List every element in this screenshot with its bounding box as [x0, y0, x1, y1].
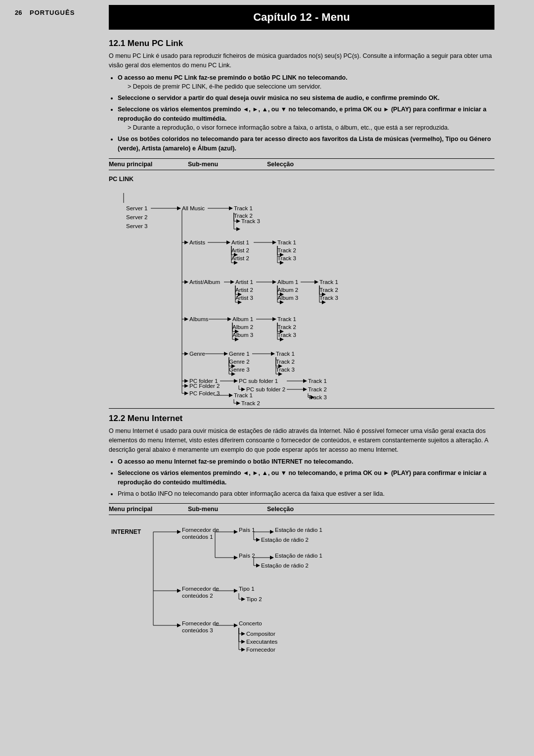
svg-text:Artist 2: Artist 2 — [235, 287, 253, 293]
svg-marker-174 — [234, 530, 238, 534]
svg-text:INTERNET: INTERNET — [111, 528, 141, 535]
svg-text:Album 1: Album 1 — [277, 279, 298, 285]
bullet-2-2: Seleccione os vários elementos premindo … — [118, 469, 494, 487]
svg-text:Track 1: Track 1 — [276, 351, 295, 357]
svg-text:PC sub folder 2: PC sub folder 2 — [246, 386, 285, 392]
svg-marker-32 — [234, 261, 238, 265]
svg-marker-5 — [177, 206, 181, 210]
svg-text:conteúdos 2: conteúdos 2 — [182, 593, 213, 599]
svg-marker-112 — [224, 352, 228, 356]
svg-marker-135 — [184, 379, 188, 383]
svg-text:Server 3: Server 3 — [126, 223, 147, 229]
svg-text:Server 2: Server 2 — [126, 214, 147, 220]
svg-marker-8 — [229, 206, 233, 210]
svg-marker-58 — [238, 300, 242, 304]
svg-text:Track 2: Track 2 — [276, 359, 295, 365]
svg-text:All Music: All Music — [182, 205, 205, 211]
svg-text:Concerto: Concerto — [239, 620, 262, 626]
pc-link-svg: Server 1 Server 2 Server 3 All Music Tra… — [109, 186, 494, 398]
svg-text:conteúdos 1: conteúdos 1 — [182, 534, 213, 540]
svg-marker-123 — [271, 352, 275, 356]
svg-marker-196 — [177, 589, 181, 593]
svg-marker-149 — [241, 387, 245, 391]
svg-text:Tipo 2: Tipo 2 — [246, 596, 262, 602]
svg-text:PC Folder 2: PC Folder 2 — [189, 383, 220, 389]
svg-text:Track 2: Track 2 — [277, 324, 296, 330]
svg-text:Track 1: Track 1 — [234, 392, 253, 398]
svg-marker-170 — [177, 530, 181, 534]
internet-diagram: INTERNET Fornecedor de conteúdos 1 País … — [109, 519, 494, 695]
svg-marker-152 — [303, 379, 307, 383]
svg-text:Estação de rádio 1: Estação de rádio 1 — [275, 553, 322, 559]
svg-text:Album 2: Album 2 — [232, 324, 253, 330]
svg-text:Executantes: Executantes — [246, 639, 278, 645]
svg-marker-212 — [234, 623, 238, 627]
svg-text:Artist 1: Artist 1 — [231, 239, 249, 245]
section-divider — [109, 408, 494, 409]
svg-text:Album 2: Album 2 — [277, 287, 298, 293]
section-12-2-title: 12.2 Menu Internet — [109, 414, 494, 424]
svg-text:Fornecedor de: Fornecedor de — [182, 586, 219, 592]
svg-text:Track 2: Track 2 — [277, 247, 296, 253]
svg-marker-188 — [270, 556, 274, 560]
page-number: 26 — [15, 9, 22, 16]
svg-marker-162 — [229, 393, 233, 397]
bullet-1: O acesso ao menu PC Link faz-se premindo… — [118, 73, 494, 92]
svg-text:Fornecedor de: Fornecedor de — [182, 527, 219, 533]
svg-text:Fornecedor de: Fornecedor de — [182, 620, 219, 626]
svg-text:Track 1: Track 1 — [319, 279, 338, 285]
svg-marker-13 — [236, 219, 240, 223]
section-12-1: 12.1 Menu PC Link O menu PC Link é usado… — [109, 39, 494, 401]
svg-marker-192 — [256, 564, 260, 567]
svg-text:Track 2: Track 2 — [319, 287, 338, 293]
svg-text:Tipo 1: Tipo 1 — [239, 586, 255, 592]
svg-marker-71 — [314, 280, 318, 284]
svg-text:País 2: País 2 — [239, 553, 255, 559]
svg-marker-23 — [226, 240, 230, 244]
bullet-2-1: O acesso ao menu Internet faz-se premind… — [118, 457, 494, 467]
svg-marker-181 — [256, 538, 260, 542]
bullet-4: Use os botões coloridos no telecomando p… — [118, 135, 494, 153]
svg-marker-185 — [234, 556, 238, 560]
svg-text:Track 3: Track 3 — [308, 394, 327, 400]
svg-text:Albums: Albums — [189, 316, 209, 322]
svg-marker-95 — [235, 337, 239, 341]
svg-text:conteúdos 3: conteúdos 3 — [182, 627, 213, 633]
svg-text:Album 1: Album 1 — [232, 316, 253, 322]
svg-marker-138 — [184, 384, 188, 388]
svg-marker-208 — [177, 623, 181, 627]
language-label: PORTUGUÊS — [30, 9, 75, 16]
bullet-2-3: Prima o botão INFO no telecomando para o… — [118, 489, 494, 499]
bullet-3: Seleccione os vários elementos premindo … — [118, 105, 494, 133]
svg-text:País 1: País 1 — [239, 527, 255, 533]
section-12-2-intro: O menu Internet é usado para ouvir músic… — [109, 426, 494, 454]
internet-svg: INTERNET Fornecedor de conteúdos 1 País … — [109, 519, 494, 692]
svg-text:PC sub folder 1: PC sub folder 1 — [239, 378, 278, 384]
svg-text:Estação de rádio 2: Estação de rádio 2 — [261, 537, 309, 543]
svg-text:Track 2: Track 2 — [308, 386, 327, 392]
svg-marker-142 — [184, 391, 188, 395]
svg-marker-86 — [227, 317, 231, 321]
svg-marker-49 — [230, 280, 234, 284]
svg-text:Server 1: Server 1 — [126, 205, 147, 211]
svg-text:Compositor: Compositor — [246, 631, 275, 637]
svg-marker-200 — [234, 589, 238, 593]
svg-text:Track 1: Track 1 — [277, 316, 296, 322]
section-12-1-intro: O menu PC Link é usado para reproduzir f… — [109, 51, 494, 70]
svg-marker-80 — [322, 300, 326, 304]
chapter-title: Capítulo 12 - Menu — [109, 5, 494, 30]
svg-marker-43 — [280, 261, 284, 265]
svg-marker-224 — [241, 648, 245, 652]
svg-text:Estação de rádio 1: Estação de rádio 1 — [275, 527, 322, 533]
svg-text:Artist/Album: Artist/Album — [189, 279, 220, 285]
svg-text:Genre: Genre — [189, 351, 205, 357]
section-12-2: 12.2 Menu Internet O menu Internet é usa… — [109, 414, 494, 696]
svg-marker-69 — [280, 300, 284, 304]
section-12-2-bullets: O acesso ao menu Internet faz-se premind… — [118, 457, 494, 498]
menu-header-12-1: Menu principal Sub-menu Selecção — [109, 158, 494, 170]
svg-marker-97 — [272, 317, 276, 321]
svg-text:Genre 1: Genre 1 — [229, 351, 250, 357]
svg-marker-145 — [234, 379, 238, 383]
svg-text:Artists: Artists — [189, 239, 205, 245]
svg-marker-17 — [236, 227, 240, 231]
